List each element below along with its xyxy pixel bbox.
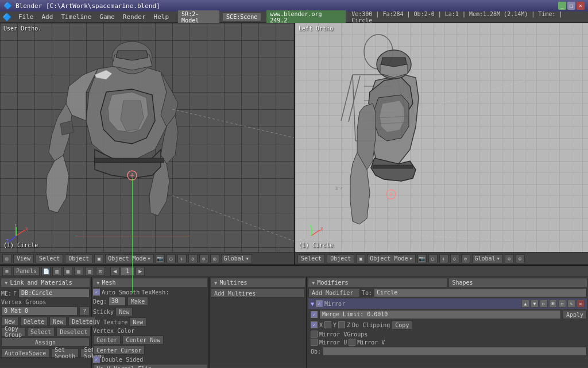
- cursor-icon-left[interactable]: ✛: [177, 254, 187, 263]
- do-clipping-label: Do Clipping: [352, 322, 390, 328]
- render-preview-icon[interactable]: ⊕: [505, 254, 514, 263]
- copy-group-btn[interactable]: Copy Group: [1, 327, 25, 336]
- new-btn[interactable]: New: [1, 317, 18, 326]
- panels-label-btn[interactable]: Panels: [13, 267, 40, 276]
- modifier-expand-arrow[interactable]: ▼: [311, 301, 314, 307]
- lamp-icon[interactable]: ○: [167, 254, 176, 263]
- copy-btn[interactable]: Copy: [392, 320, 412, 329]
- viewport-left[interactable]: User Ortho.: [0, 23, 295, 264]
- panel-icon4[interactable]: ▧: [85, 267, 94, 276]
- blender-url[interactable]: www.blender.org 249.2: [266, 10, 346, 24]
- z-checkbox[interactable]: [338, 321, 345, 328]
- modifier-up-icon[interactable]: ▲: [521, 300, 529, 308]
- cursor-icon-right[interactable]: ✛: [439, 254, 448, 263]
- add-multires-btn[interactable]: Add Multires: [211, 289, 305, 298]
- new-uv-btn[interactable]: New: [115, 307, 133, 316]
- modifier-edit-icon[interactable]: ✎: [567, 300, 575, 308]
- double-sided-checkbox[interactable]: ✓: [93, 356, 100, 363]
- mat-input[interactable]: 0 Mat 0: [1, 306, 78, 316]
- menu-help[interactable]: Help: [150, 13, 173, 21]
- panel-icon3[interactable]: ▤: [74, 267, 83, 276]
- no-v-normal-btn[interactable]: No V.Normal Flip: [93, 364, 207, 368]
- settings-icon-right[interactable]: ⚙: [516, 254, 525, 263]
- panel-layout-icon1[interactable]: ▥: [52, 267, 61, 276]
- mirror-vgroups-checkbox[interactable]: [311, 331, 318, 338]
- panel-icon5[interactable]: ⊡: [96, 267, 105, 276]
- me-db-value[interactable]: DB:Circle: [18, 289, 90, 298]
- modifier-delete-icon[interactable]: ✕: [577, 300, 585, 308]
- object-menu-btn-left[interactable]: Object: [65, 254, 92, 263]
- merge-limit-value[interactable]: Merge Limit: 0.0010: [319, 310, 561, 319]
- mode-icon-left[interactable]: ▣: [94, 254, 103, 263]
- center-btn[interactable]: Center: [93, 335, 121, 344]
- transform-dropdown-right[interactable]: Global ▾: [472, 254, 503, 263]
- mode-icon-right[interactable]: ▣: [356, 254, 365, 263]
- to-value[interactable]: Circle: [374, 288, 587, 297]
- x-checkbox[interactable]: ✓: [311, 321, 318, 328]
- viewport-right[interactable]: Shoulders at 5'-0" 5'-6" 3'7": [295, 23, 588, 264]
- menu-render[interactable]: Render: [119, 13, 149, 21]
- mode-dropdown-right[interactable]: Object Mode ▾: [367, 254, 415, 263]
- camera-icon-right[interactable]: 📷: [417, 254, 427, 263]
- view-menu-btn[interactable]: View: [13, 254, 34, 263]
- counter-inc[interactable]: ▶: [136, 267, 145, 276]
- svg-line-79: [311, 230, 320, 236]
- mesh-icon-right[interactable]: ◇: [450, 254, 459, 263]
- mat-help-btn[interactable]: ?: [79, 306, 90, 316]
- modifier-visibility-checkbox[interactable]: ✓: [316, 300, 323, 307]
- modifier-render-icon[interactable]: ▷: [540, 300, 548, 308]
- merge-limit-checkbox[interactable]: ✓: [311, 311, 318, 318]
- center-cursor-btn[interactable]: Center Cursor: [93, 346, 145, 355]
- object-menu-btn-right[interactable]: Object: [327, 254, 354, 263]
- modifier-down-icon[interactable]: ▼: [531, 300, 539, 308]
- snap-icon-left[interactable]: ⊙: [199, 254, 208, 263]
- menu-add[interactable]: Add: [38, 13, 57, 21]
- apply-btn[interactable]: Apply: [563, 310, 587, 319]
- script-icon[interactable]: 📄: [41, 267, 51, 276]
- assign-btn[interactable]: Assign: [1, 338, 90, 347]
- make-btn[interactable]: Make: [127, 297, 148, 306]
- modifier-cage-icon[interactable]: ◻: [558, 300, 566, 308]
- select-btn[interactable]: Select: [27, 327, 55, 336]
- new-vertex-btn[interactable]: New: [129, 317, 146, 327]
- scene-dropdown[interactable]: SCE:Scene: [223, 13, 261, 21]
- svg-line-24: [9, 236, 16, 241]
- set-smooth-btn[interactable]: Set Smooth: [51, 348, 79, 358]
- proportional-icon[interactable]: ◎: [210, 254, 219, 263]
- ob-value[interactable]: [323, 347, 587, 356]
- menu-file[interactable]: File: [15, 13, 37, 21]
- maximize-button[interactable]: □: [567, 2, 575, 10]
- select-menu-btn-left[interactable]: Select: [36, 254, 63, 263]
- auto-tex-btn[interactable]: AutoTexSpace: [1, 348, 49, 358]
- render-engine-dropdown[interactable]: SR:2-Model: [178, 10, 219, 24]
- modifier-eye-icon[interactable]: 👁: [549, 300, 557, 308]
- minimize-button[interactable]: _: [558, 2, 566, 10]
- close-button[interactable]: ×: [577, 2, 585, 10]
- menu-game[interactable]: Game: [96, 13, 118, 21]
- deg-value[interactable]: 30: [109, 297, 126, 306]
- vertex-color-label: Vertex Color: [93, 328, 134, 334]
- transform-dropdown-left[interactable]: Global ▾: [221, 254, 252, 263]
- counter-dec[interactable]: ◀: [110, 267, 119, 276]
- mirror-v-checkbox[interactable]: [349, 339, 355, 346]
- x-axis-line: [75, 236, 189, 236]
- camera-icon[interactable]: 📷: [156, 254, 165, 263]
- auto-smooth-checkbox[interactable]: ✓: [93, 289, 100, 296]
- deselect-btn[interactable]: Deselect: [56, 327, 91, 336]
- center-new-btn[interactable]: Center New: [122, 335, 164, 344]
- panels-icon[interactable]: ⊞: [2, 267, 11, 276]
- delete-btn[interactable]: Delete: [20, 317, 48, 326]
- mode-dropdown-left[interactable]: Object Mode ▾: [105, 254, 153, 263]
- mesh-icon[interactable]: ◇: [188, 254, 198, 263]
- mirror-u-checkbox[interactable]: [311, 339, 318, 346]
- snap-icon-right[interactable]: ⊙: [461, 254, 470, 263]
- add-modifier-btn[interactable]: Add Modifier: [308, 288, 360, 297]
- vp-grid-icon[interactable]: ⊞: [2, 254, 11, 263]
- select-menu-btn-right[interactable]: Select: [297, 254, 325, 263]
- y-checkbox[interactable]: [324, 321, 331, 328]
- menu-timeline[interactable]: Timeline: [57, 13, 95, 21]
- panel-link: ▼ Link and Materials ME: F DB:Circle Ver…: [0, 277, 92, 368]
- lamp-icon-right[interactable]: ○: [428, 254, 438, 263]
- new-btn2[interactable]: New: [49, 317, 67, 326]
- panel-layout-icon2[interactable]: ▦: [63, 267, 72, 276]
